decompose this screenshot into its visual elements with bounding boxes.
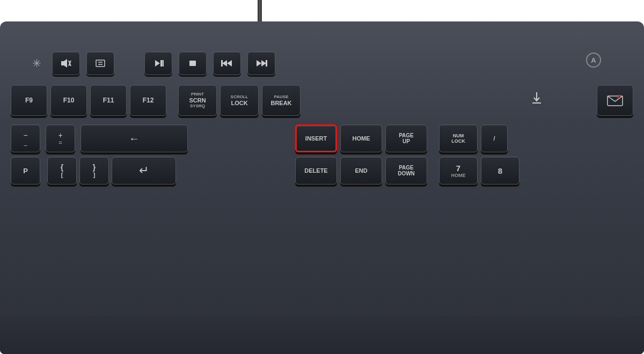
svg-rect-4 [96,60,105,67]
key-home[interactable]: HOME [340,124,382,152]
keyboard-scene: ✳ [0,0,644,354]
key-minus[interactable]: − _ [11,124,40,152]
media-key-next[interactable] [247,51,275,75]
key-insert[interactable]: INSERT [295,124,337,152]
key-f10[interactable]: F10 [50,85,87,116]
backspace-row: − _ + = ← [11,124,191,152]
media-key-mute[interactable] [52,51,80,75]
brightness-icon: ✳ [32,57,41,70]
key-f12[interactable]: F12 [130,85,166,116]
svg-rect-16 [266,60,267,67]
key-pause-break[interactable]: PAUSE BREAK [262,85,301,116]
keyboard-body: ✳ [0,21,644,354]
svg-marker-1 [64,59,67,68]
key-equals[interactable]: + = [46,124,75,152]
svg-rect-10 [189,61,196,66]
p-bracket-row: P { [ } ] ↵ [11,157,176,185]
media-key-prev[interactable] [213,51,241,75]
insert-row: INSERT HOME PAGEUP NUMLOCK / [295,124,508,152]
keyboard-bottom [0,316,644,354]
key-print-scrn[interactable]: PRINT SCRN SYSRQ [178,85,217,116]
svg-marker-12 [222,60,227,67]
svg-rect-8 [160,60,162,67]
key-end[interactable]: END [340,157,382,185]
gap [430,124,436,152]
key-f9[interactable]: F9 [11,85,47,116]
key-close-bracket[interactable]: } ] [79,157,109,185]
media-group-volume [52,51,118,75]
key-numpad-8[interactable]: 8 [481,157,519,185]
svg-rect-0 [61,61,64,65]
circle-a-badge: A [586,53,601,68]
key-numpad-slash[interactable]: / [481,124,508,152]
key-num-lock[interactable]: NUMLOCK [439,124,478,152]
key-mail[interactable] [597,85,633,116]
svg-marker-7 [155,60,160,67]
key-page-up[interactable]: PAGEUP [385,124,427,152]
svg-marker-15 [261,60,266,67]
key-numpad-7[interactable]: 7 HOME [439,157,478,185]
key-p[interactable]: P [11,157,40,185]
key-f11[interactable]: F11 [90,85,127,116]
svg-marker-14 [257,60,261,67]
media-key-stop[interactable] [179,51,207,75]
fkey-row: F9 F10 F11 F12 PRINT SCRN SYSRQ SCROL [0,85,644,116]
media-key-task[interactable] [86,51,114,75]
media-group-playback [144,51,279,75]
key-open-bracket[interactable]: { [ [47,157,77,185]
svg-rect-13 [221,60,223,67]
key-page-down[interactable]: PAGEDOWN [385,157,427,185]
media-row: ✳ [32,47,612,79]
key-enter[interactable]: ↵ [112,157,176,185]
key-delete[interactable]: DELETE [295,157,337,185]
media-key-playpause[interactable] [144,51,172,75]
svg-marker-11 [227,60,232,67]
key-backspace[interactable]: ← [80,124,188,152]
svg-rect-9 [163,60,164,67]
key-scroll-lock[interactable]: SCROLL LOCK [220,85,259,116]
delete-row: DELETE END PAGEDOWN 7 HOME 8 [295,157,519,185]
gap2 [430,157,436,185]
